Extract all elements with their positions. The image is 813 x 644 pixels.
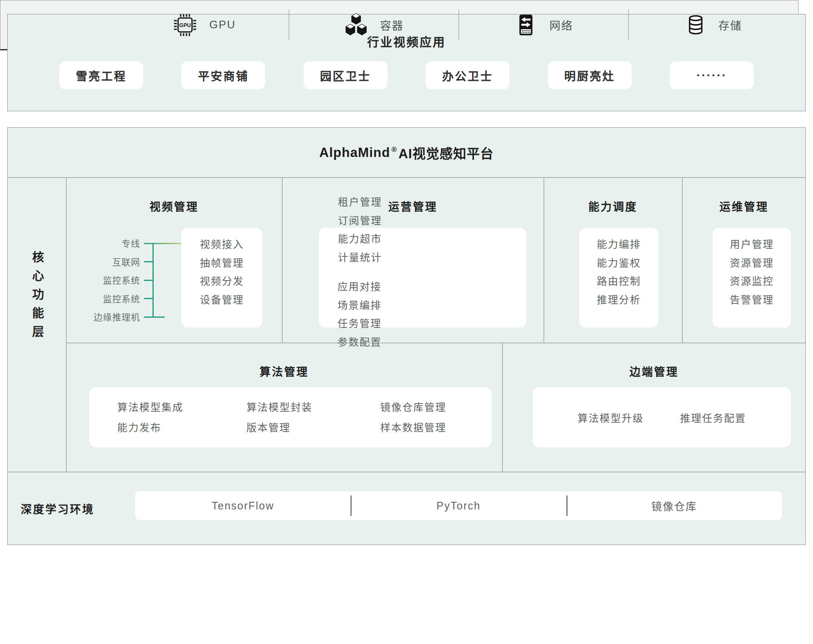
resource-network-label: 网络 bbox=[549, 17, 573, 33]
core-layer-label: 核心功能层 bbox=[8, 178, 66, 472]
app-chip-mingchu: 明厨亮灶 bbox=[548, 61, 632, 89]
cap-fn-auth: 能力鉴权 bbox=[579, 254, 658, 272]
app-chip-more: ······ bbox=[670, 61, 754, 89]
dl-environment-label: 深度学习环境 bbox=[21, 472, 94, 545]
video-source-jiankong-2: 监控系统 bbox=[66, 290, 140, 308]
operation-functions-card: 租户管理 订阅管理 能力超市 计量统计 应用对接 场景编排 任务管理 参数配置 bbox=[319, 228, 526, 328]
resource-container-label: 容器 bbox=[380, 17, 404, 33]
algo-fn-package: 算法模型封装 bbox=[246, 397, 312, 418]
connector-entry-line bbox=[144, 243, 182, 244]
algo-fn-sample: 样本数据管理 bbox=[380, 418, 446, 438]
platform-title-suffix: AI视觉感知平台 bbox=[398, 143, 494, 162]
operation-management-section: 运营管理 租户管理 订阅管理 能力超市 计量统计 应用对接 场景编排 任务管理 … bbox=[282, 178, 544, 343]
svg-text:GPU: GPU bbox=[180, 22, 191, 28]
video-source-hulianwang: 互联网 bbox=[66, 253, 140, 272]
cap-fn-route: 路由控制 bbox=[579, 272, 658, 291]
dl-environment-row: 深度学习环境 TensorFlow PyTorch 镜像仓库 bbox=[8, 472, 805, 545]
cap-fn-orchestrate: 能力编排 bbox=[579, 235, 658, 254]
app-chip-pingan: 平安商铺 bbox=[181, 61, 265, 89]
om-fn-resource: 资源管理 bbox=[713, 254, 791, 272]
base-resources-panel: 基础资源 GPU GPU bbox=[0, 0, 799, 50]
algorithm-col-3: 镜像仓库管理 样本数据管理 bbox=[380, 397, 446, 438]
op-fn-metering: 计量统计 bbox=[338, 248, 422, 267]
resource-container: 容器 bbox=[289, 0, 459, 49]
video-management-section: 视频管理 专线 互联网 监控系统 监控系统 边缘推理机 视频接入 抽帧管理 视频… bbox=[66, 178, 282, 343]
video-source-zhuanxian: 专线 bbox=[66, 234, 140, 253]
dl-item-tensorflow: TensorFlow bbox=[135, 491, 351, 520]
algorithm-functions-card: 算法模型集成 能力发布 算法模型封装 版本管理 镜像仓库管理 样本数据管理 bbox=[89, 387, 492, 447]
platform-panel: AlphaMind® AI视觉感知平台 核心功能层 视频管理 专线 互联网 监控… bbox=[7, 127, 806, 545]
algorithm-management-section: 算法管理 算法模型集成 能力发布 算法模型封装 版本管理 镜像仓库管理 样本数据… bbox=[66, 343, 502, 472]
platform-title: AlphaMind® AI视觉感知平台 bbox=[8, 128, 805, 178]
resource-network: 网络 bbox=[459, 0, 628, 49]
edge-functions-card: 算法模型升级 推理任务配置 bbox=[533, 387, 791, 447]
edge-management-section: 边端管理 算法模型升级 推理任务配置 bbox=[502, 343, 806, 472]
video-source-bianyuan: 边缘推理机 bbox=[66, 308, 140, 327]
capability-scheduling-section: 能力调度 能力编排 能力鉴权 路由控制 推理分析 bbox=[544, 178, 682, 343]
algo-fn-publish: 能力发布 bbox=[117, 418, 183, 438]
connector-stub-2 bbox=[144, 280, 154, 281]
op-fn-task: 任务管理 bbox=[337, 314, 526, 333]
cap-fn-inference: 推理分析 bbox=[579, 291, 658, 309]
dl-item-pytorch: PyTorch bbox=[351, 491, 566, 520]
video-functions-card: 视频接入 抽帧管理 视频分发 设备管理 bbox=[181, 228, 263, 328]
resource-gpu-label: GPU bbox=[209, 18, 235, 31]
maintenance-management-section: 运维管理 用户管理 资源管理 资源监控 告警管理 bbox=[682, 178, 806, 343]
platform-brand: AlphaMind bbox=[319, 145, 390, 160]
container-icon bbox=[343, 12, 369, 38]
algorithm-col-2: 算法模型封装 版本管理 bbox=[246, 397, 312, 438]
maintenance-management-title: 运维管理 bbox=[682, 198, 806, 214]
algorithm-col-1: 算法模型集成 能力发布 bbox=[117, 397, 183, 438]
om-fn-user: 用户管理 bbox=[713, 235, 791, 254]
edge-management-title: 边端管理 bbox=[502, 363, 806, 379]
algo-fn-integrate: 算法模型集成 bbox=[117, 397, 183, 418]
maintenance-functions-card: 用户管理 资源管理 资源监控 告警管理 bbox=[713, 228, 791, 328]
resource-storage: 存储 bbox=[628, 0, 798, 49]
video-fn-frame: 抽帧管理 bbox=[181, 254, 263, 272]
op-fn-appdock: 应用对接 bbox=[337, 278, 526, 296]
registered-mark: ® bbox=[391, 146, 397, 154]
video-fn-distribute: 视频分发 bbox=[181, 272, 263, 291]
architecture-diagram: 行业视频应用 雪亮工程 平安商铺 园区卫士 办公卫士 明厨亮灶 ······ A… bbox=[0, 0, 813, 50]
capability-functions-card: 能力编排 能力鉴权 路由控制 推理分析 bbox=[579, 228, 658, 328]
app-chip-bangong: 办公卫士 bbox=[426, 61, 509, 89]
connector-stub-3 bbox=[144, 298, 154, 299]
algo-fn-version: 版本管理 bbox=[246, 418, 312, 438]
app-chip-yuanqu: 园区卫士 bbox=[304, 61, 387, 89]
video-source-jiankong-1: 监控系统 bbox=[66, 271, 140, 290]
algorithm-management-title: 算法管理 bbox=[66, 363, 502, 379]
op-fn-tenant: 租户管理 bbox=[338, 193, 422, 212]
op-fn-subscribe: 订阅管理 bbox=[338, 212, 422, 230]
connector-out-stub bbox=[152, 316, 165, 318]
resource-storage-label: 存储 bbox=[718, 17, 742, 33]
edge-fn-taskconfig: 推理任务配置 bbox=[680, 410, 746, 425]
algo-fn-registry: 镜像仓库管理 bbox=[380, 397, 446, 418]
video-fn-device: 设备管理 bbox=[181, 291, 263, 309]
op-fn-market: 能力超市 bbox=[338, 230, 422, 248]
connector-stub-1 bbox=[144, 261, 154, 262]
video-management-title: 视频管理 bbox=[66, 198, 282, 214]
industry-apps-row: 雪亮工程 平安商铺 园区卫士 办公卫士 明厨亮灶 ······ bbox=[8, 61, 805, 89]
video-source-list: 专线 互联网 监控系统 监控系统 边缘推理机 bbox=[66, 234, 140, 327]
op-fn-scene: 场景编排 bbox=[337, 296, 526, 315]
edge-fn-upgrade: 算法模型升级 bbox=[578, 410, 644, 425]
network-icon bbox=[514, 13, 538, 37]
om-fn-monitor: 资源监控 bbox=[713, 272, 791, 291]
dl-item-registry: 镜像仓库 bbox=[567, 491, 782, 520]
capability-scheduling-title: 能力调度 bbox=[544, 198, 682, 214]
gpu-icon: GPU bbox=[172, 12, 198, 38]
resource-gpu: GPU GPU bbox=[119, 0, 289, 49]
om-fn-alarm: 告警管理 bbox=[713, 291, 791, 309]
dl-environment-bar: TensorFlow PyTorch 镜像仓库 bbox=[135, 491, 782, 520]
operation-col-1: 租户管理 订阅管理 能力超市 计量统计 bbox=[319, 193, 422, 278]
video-fn-access: 视频接入 bbox=[181, 235, 263, 254]
app-chip-xueliang: 雪亮工程 bbox=[59, 61, 143, 89]
storage-icon bbox=[684, 14, 707, 36]
